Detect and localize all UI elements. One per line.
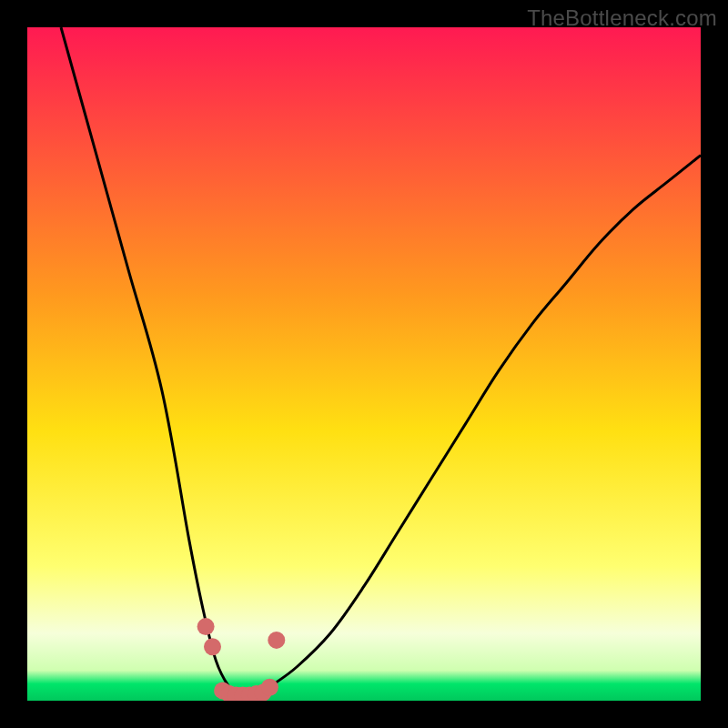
marker-dot bbox=[261, 679, 278, 696]
plot-area bbox=[27, 27, 701, 701]
bottleneck-curve bbox=[61, 27, 701, 701]
watermark-text: TheBottleneck.com bbox=[527, 5, 717, 31]
marker-dot bbox=[204, 638, 221, 655]
marker-dot bbox=[197, 618, 215, 635]
curve-layer bbox=[27, 27, 701, 701]
marker-dot bbox=[268, 632, 285, 649]
marker-group bbox=[197, 618, 286, 701]
chart-frame: TheBottleneck.com bbox=[0, 0, 728, 728]
